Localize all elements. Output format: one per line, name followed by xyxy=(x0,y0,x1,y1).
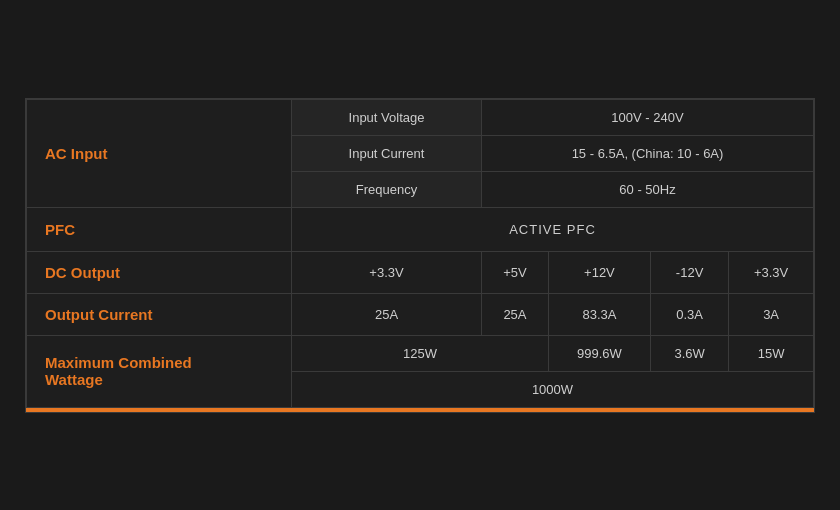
ac-input-label: AC Input xyxy=(27,99,292,207)
wattage-3-6: 3.6W xyxy=(650,335,728,371)
ac-input-voltage-row: AC Input Input Voltage 100V - 240V xyxy=(27,99,814,135)
input-current-label: Input Current xyxy=(292,135,482,171)
current-val-3: 83.3A xyxy=(548,293,650,335)
dc-col-4: -12V xyxy=(650,251,728,293)
current-val-4: 0.3A xyxy=(650,293,728,335)
wattage-15: 15W xyxy=(729,335,814,371)
wattage-999: 999.6W xyxy=(548,335,650,371)
dc-col-5: +3.3V xyxy=(729,251,814,293)
dc-col-2: +5V xyxy=(482,251,549,293)
dc-output-label: DC Output xyxy=(27,251,292,293)
max-wattage-label: Maximum Combined Wattage xyxy=(27,335,292,407)
pfc-label: PFC xyxy=(27,207,292,251)
pfc-value: ACTIVE PFC xyxy=(292,207,814,251)
output-current-label: Output Current xyxy=(27,293,292,335)
dc-col-3: +12V xyxy=(548,251,650,293)
dc-output-row: DC Output +3.3V +5V +12V -12V +3.3V xyxy=(27,251,814,293)
max-wattage-row1: Maximum Combined Wattage 125W 999.6W 3.6… xyxy=(27,335,814,371)
current-val-1: 25A xyxy=(292,293,482,335)
specs-table: AC Input Input Voltage 100V - 240V Input… xyxy=(26,99,814,408)
wattage-125: 125W xyxy=(292,335,549,371)
current-val-5: 3A xyxy=(729,293,814,335)
input-voltage-value: 100V - 240V xyxy=(482,99,814,135)
dc-col-1: +3.3V xyxy=(292,251,482,293)
frequency-value: 60 - 50Hz xyxy=(482,171,814,207)
input-current-value: 15 - 6.5A, (China: 10 - 6A) xyxy=(482,135,814,171)
frequency-label: Frequency xyxy=(292,171,482,207)
specs-table-wrapper: AC Input Input Voltage 100V - 240V Input… xyxy=(25,98,815,413)
wattage-1000: 1000W xyxy=(292,371,814,407)
input-voltage-label: Input Voltage xyxy=(292,99,482,135)
current-val-2: 25A xyxy=(482,293,549,335)
output-current-row: Output Current 25A 25A 83.3A 0.3A 3A xyxy=(27,293,814,335)
pfc-row: PFC ACTIVE PFC xyxy=(27,207,814,251)
